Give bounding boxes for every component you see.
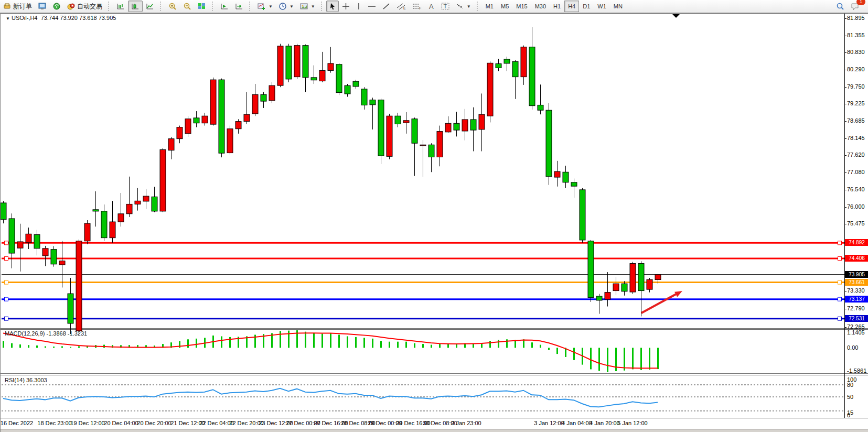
arrows-tool-button[interactable]: ▼ xyxy=(453,1,474,12)
notification-badge: 1 xyxy=(856,0,865,5)
cursor-tool-button[interactable] xyxy=(326,1,339,12)
hline-handle[interactable] xyxy=(5,317,8,320)
chevron-down-icon: ▼ xyxy=(311,4,315,9)
candle-body xyxy=(34,235,40,249)
market-watch-button[interactable] xyxy=(35,1,50,12)
hline-handle[interactable] xyxy=(838,241,842,245)
candle-body xyxy=(219,80,224,153)
chevron-down-icon: ▼ xyxy=(467,4,471,9)
hline-handle[interactable] xyxy=(5,297,8,301)
chart-canvas[interactable] xyxy=(1,13,868,432)
zoom-in-icon xyxy=(168,3,177,10)
price-flag-73.661: 73.661 xyxy=(845,279,868,286)
price-tick-label: 76.540 xyxy=(847,186,865,192)
signals-button[interactable] xyxy=(50,1,64,12)
chart-shift-marker[interactable] xyxy=(672,14,680,18)
line-chart-type-button[interactable] xyxy=(143,1,157,12)
candle-body xyxy=(269,85,275,101)
fibonacci-tool-button[interactable]: F xyxy=(409,1,425,12)
candle-body xyxy=(437,132,443,157)
candle-body xyxy=(185,119,191,134)
candle-body xyxy=(336,64,342,93)
bar-chart-type-button[interactable] xyxy=(113,1,128,12)
candle-body xyxy=(538,105,543,110)
candle-body xyxy=(76,241,82,331)
label-tool-button[interactable]: T xyxy=(438,1,453,12)
candle-body xyxy=(420,145,426,146)
timeframe-M1[interactable]: M1 xyxy=(482,1,497,12)
autotrading-label: 自动交易 xyxy=(77,2,102,11)
autotrading-button[interactable]: 自动交易 xyxy=(64,1,105,12)
search-button[interactable] xyxy=(833,1,848,12)
candle-body xyxy=(428,145,434,157)
svg-text:F: F xyxy=(419,6,421,10)
price-flag-74.892: 74.892 xyxy=(845,239,868,246)
auto-scroll-button[interactable] xyxy=(217,1,232,12)
candle-body xyxy=(580,190,585,240)
candle-body xyxy=(512,61,518,77)
notifications-button[interactable]: 1 xyxy=(848,1,863,12)
tile-windows-icon xyxy=(198,3,206,10)
templates-button[interactable]: ▼ xyxy=(297,1,318,12)
autotrading-icon xyxy=(67,3,75,10)
timeframe-M15[interactable]: M15 xyxy=(512,1,531,12)
chart-shift-button[interactable] xyxy=(232,1,247,12)
horizontal-line-tool-button[interactable] xyxy=(365,1,379,12)
add-indicator-button[interactable]: ▼ xyxy=(254,1,276,12)
candle-body xyxy=(621,284,627,291)
text-tool-button[interactable]: A xyxy=(425,1,438,12)
candle-body xyxy=(496,64,501,68)
timeframe-H1[interactable]: H1 xyxy=(550,1,564,12)
hline-handle[interactable] xyxy=(838,280,842,284)
rsi-indicator-label: RSI(14) 36.3003 xyxy=(5,377,47,383)
periods-button[interactable]: ▼ xyxy=(276,1,297,12)
market-watch-icon xyxy=(38,3,47,10)
cursor-icon xyxy=(329,3,336,10)
chart-shift-icon xyxy=(235,3,243,10)
price-tick-label: 76.000 xyxy=(847,203,865,210)
candle-body xyxy=(521,47,527,77)
zoom-in-button[interactable] xyxy=(165,1,180,12)
candle-body xyxy=(110,222,115,238)
candle-body xyxy=(160,149,166,211)
candle-body xyxy=(59,261,65,265)
trendline-icon xyxy=(382,3,390,10)
hline-handle[interactable] xyxy=(5,257,8,261)
toolbar-grip xyxy=(212,2,215,11)
chevron-down-icon: ▼ xyxy=(269,4,273,9)
timeframe-D1[interactable]: D1 xyxy=(579,1,594,12)
timeframe-M30[interactable]: M30 xyxy=(531,1,550,12)
timeframe-M5[interactable]: M5 xyxy=(497,1,512,12)
ohlc-readout: 73.744 73.920 73.618 73.905 xyxy=(41,15,116,21)
candle-body xyxy=(353,81,359,87)
vertical-line-tool-button[interactable] xyxy=(353,1,365,12)
hline-handle[interactable] xyxy=(838,317,842,320)
tile-windows-button[interactable] xyxy=(195,1,209,12)
candle-body xyxy=(26,234,31,243)
price-tick-label: 73.330 xyxy=(847,287,865,294)
timeframe-MN[interactable]: MN xyxy=(610,1,626,12)
new-order-button[interactable]: 新订单 xyxy=(0,1,35,12)
hline-handle[interactable] xyxy=(5,241,8,245)
chart-title: ▼ USOil-,H4 73.744 73.920 73.618 73.905 xyxy=(6,15,116,21)
candle-body xyxy=(202,116,208,123)
hline-handle[interactable] xyxy=(838,297,842,301)
hline-handle[interactable] xyxy=(838,257,842,261)
timeframe-W1[interactable]: W1 xyxy=(594,1,610,12)
trend-arrow-head[interactable] xyxy=(674,291,682,297)
candle-chart-type-button[interactable] xyxy=(128,1,143,12)
channel-tool-button[interactable]: E xyxy=(393,1,409,12)
timeframe-H4[interactable]: H4 xyxy=(564,1,579,12)
hline-handle[interactable] xyxy=(5,280,8,284)
zoom-out-button[interactable] xyxy=(180,1,195,12)
candle-body xyxy=(252,94,258,114)
crosshair-tool-button[interactable] xyxy=(339,1,353,12)
candle-body xyxy=(613,284,619,290)
candle-body xyxy=(9,219,15,253)
templates-icon xyxy=(300,3,308,10)
macd-scale-label: 1.1405 xyxy=(847,329,865,336)
toolbar-grip xyxy=(321,2,324,11)
trend-arrow[interactable] xyxy=(641,294,676,313)
candle-body xyxy=(596,296,602,300)
trendline-tool-button[interactable] xyxy=(379,1,393,12)
